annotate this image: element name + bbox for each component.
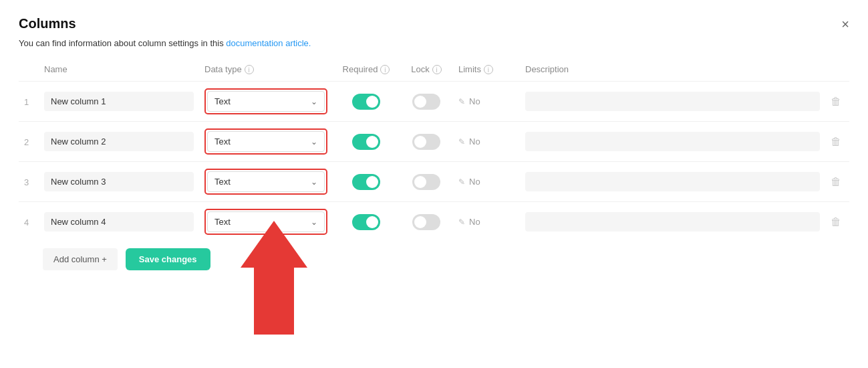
row-num-3: 3	[19, 162, 39, 202]
col-description-header: Description	[520, 60, 825, 82]
datatype-select-4[interactable]: Text Number Date Boolean	[214, 217, 308, 227]
lock-toggle-3[interactable]	[412, 174, 440, 190]
row-description-cell-3	[520, 162, 825, 202]
name-input-4[interactable]	[44, 212, 194, 232]
lock-info-icon: i	[432, 65, 442, 74]
add-column-button[interactable]: Add column +	[43, 248, 118, 270]
delete-row-button-3[interactable]: 🗑	[831, 176, 841, 188]
col-num-header	[19, 60, 39, 82]
row-action-cell-3: 🗑	[825, 162, 849, 202]
delete-row-button-4[interactable]: 🗑	[831, 216, 841, 228]
limits-value-3: No	[469, 177, 480, 187]
col-name-header: Name	[39, 60, 199, 82]
chevron-down-icon: ⌄	[311, 177, 317, 187]
name-input-2[interactable]	[44, 132, 194, 151]
row-description-cell-2	[520, 122, 825, 162]
lock-toggle-1[interactable]	[412, 94, 440, 110]
pencil-icon: ✎	[458, 217, 465, 227]
datatype-select-1[interactable]: Text Number Date Boolean	[214, 96, 308, 106]
description-input-3[interactable]	[525, 172, 820, 191]
row-description-cell-1	[520, 82, 825, 122]
description-input-4[interactable]	[525, 212, 820, 232]
subtitle: You can find information about column se…	[19, 38, 849, 48]
datatype-select-2[interactable]: Text Number Date Boolean	[214, 136, 308, 147]
datatype-info-icon: i	[245, 65, 254, 74]
modal-header: Columns ×	[19, 16, 849, 31]
table-row: 2 Text Number Date Boolean ⌄	[19, 122, 849, 162]
delete-row-button-2[interactable]: 🗑	[831, 136, 841, 148]
table-header-row: Name Data type i Required i	[19, 60, 849, 82]
row-action-cell-1: 🗑	[825, 82, 849, 122]
col-limits-header: Limits i	[453, 60, 520, 82]
limits-value-2: No	[469, 136, 480, 147]
required-toggle-1[interactable]	[352, 94, 380, 110]
pencil-icon: ✎	[458, 137, 465, 147]
doc-link[interactable]: documentation article.	[226, 38, 311, 48]
row-num-4: 4	[19, 202, 39, 242]
table-footer: Add column + Save changes	[19, 248, 849, 270]
row-datatype-cell-4: Text Number Date Boolean ⌄	[199, 202, 333, 242]
delete-row-button-1[interactable]: 🗑	[831, 96, 841, 108]
required-toggle-3[interactable]	[352, 174, 380, 190]
description-input-2[interactable]	[525, 132, 820, 151]
row-action-cell-2: 🗑	[825, 122, 849, 162]
row-datatype-cell-2: Text Number Date Boolean ⌄	[199, 122, 333, 162]
row-limits-cell-2: ✎ No	[453, 122, 520, 162]
pencil-icon: ✎	[458, 97, 465, 106]
row-name-cell-4	[39, 202, 199, 242]
columns-modal: Columns × You can find information about…	[0, 0, 868, 368]
row-required-cell-1	[333, 82, 400, 122]
row-required-cell-2	[333, 122, 400, 162]
lock-toggle-4[interactable]	[412, 214, 440, 230]
row-name-cell-2	[39, 122, 199, 162]
limits-value-1: No	[469, 96, 480, 106]
description-input-1[interactable]	[525, 92, 820, 111]
save-changes-button[interactable]: Save changes	[126, 248, 210, 270]
datatype-select-3[interactable]: Text Number Date Boolean	[214, 177, 308, 187]
col-action-header	[825, 60, 849, 82]
table-row: 4 Text Number Date Boolean ⌄	[19, 202, 849, 242]
table-row: 1 Text Number Date Boolean ⌄	[19, 82, 849, 122]
row-required-cell-4	[333, 202, 400, 242]
table-row: 3 Text Number Date Boolean ⌄	[19, 162, 849, 202]
chevron-down-icon: ⌄	[311, 97, 317, 106]
chevron-down-icon: ⌄	[311, 217, 317, 227]
row-lock-cell-3	[400, 162, 453, 202]
row-lock-cell-4	[400, 202, 453, 242]
required-toggle-4[interactable]	[352, 214, 380, 230]
required-toggle-2[interactable]	[352, 134, 380, 150]
row-lock-cell-2	[400, 122, 453, 162]
row-limits-cell-3: ✎ No	[453, 162, 520, 202]
row-action-cell-4: 🗑	[825, 202, 849, 242]
close-button[interactable]: ×	[841, 17, 849, 31]
row-limits-cell-4: ✎ No	[453, 202, 520, 242]
row-description-cell-4	[520, 202, 825, 242]
pencil-icon: ✎	[458, 177, 465, 187]
row-name-cell-1	[39, 82, 199, 122]
row-datatype-cell-1: Text Number Date Boolean ⌄	[199, 82, 333, 122]
columns-table: Name Data type i Required i	[19, 60, 849, 242]
row-limits-cell-1: ✎ No	[453, 82, 520, 122]
name-input-3[interactable]	[44, 172, 194, 191]
col-required-header: Required i	[333, 60, 400, 82]
col-lock-header: Lock i	[400, 60, 453, 82]
row-name-cell-3	[39, 162, 199, 202]
row-required-cell-3	[333, 162, 400, 202]
modal-title: Columns	[19, 16, 76, 31]
lock-toggle-2[interactable]	[412, 134, 440, 150]
row-num-1: 1	[19, 82, 39, 122]
chevron-down-icon: ⌄	[311, 137, 317, 147]
limits-info-icon: i	[484, 65, 493, 74]
name-input-1[interactable]	[44, 92, 194, 111]
required-info-icon: i	[380, 65, 390, 74]
arrow-body	[254, 268, 294, 335]
row-num-2: 2	[19, 122, 39, 162]
row-datatype-cell-3: Text Number Date Boolean ⌄	[199, 162, 333, 202]
limits-value-4: No	[469, 217, 480, 227]
row-lock-cell-1	[400, 82, 453, 122]
col-datatype-header: Data type i	[199, 60, 333, 82]
